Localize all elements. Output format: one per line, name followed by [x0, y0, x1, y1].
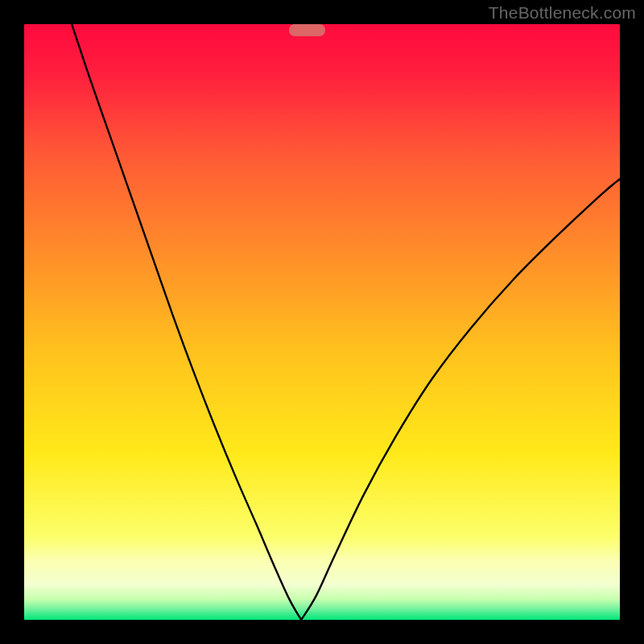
curve-right-branch — [301, 179, 620, 620]
curve-left-branch — [72, 24, 301, 620]
watermark-text: TheBottleneck.com — [489, 3, 636, 23]
chart-frame: TheBottleneck.com — [0, 0, 644, 644]
bottleneck-curve — [24, 24, 620, 620]
plot-area — [24, 24, 620, 620]
